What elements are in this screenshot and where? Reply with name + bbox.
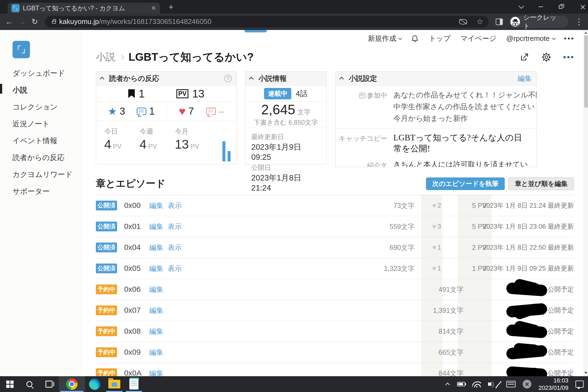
- privacy-eye-icon[interactable]: [459, 19, 467, 24]
- view-link[interactable]: 表示: [168, 222, 182, 231]
- view-link[interactable]: 表示: [168, 201, 182, 210]
- battery-icon[interactable]: [457, 382, 465, 386]
- sidebar-item[interactable]: カクヨムリワード: [0, 166, 81, 183]
- sidebar-item[interactable]: サポーター: [0, 183, 81, 200]
- status-badge: 公開済: [96, 243, 117, 252]
- edit-link[interactable]: 編集: [149, 327, 163, 336]
- incognito-badge: シークレット: [509, 16, 568, 28]
- top-link[interactable]: トップ: [429, 34, 451, 43]
- sidebar-item[interactable]: コレクション: [0, 99, 81, 115]
- edit-link[interactable]: 編集: [149, 306, 163, 315]
- browser-menu-icon[interactable]: ⋮: [575, 17, 583, 26]
- sidebar-item[interactable]: イベント情報: [0, 132, 81, 149]
- kakuyomu-logo[interactable]: 「」: [13, 41, 30, 58]
- collapse-icon[interactable]: [339, 77, 344, 81]
- tray-expand-icon[interactable]: [445, 382, 450, 387]
- comment-icon: [137, 108, 146, 115]
- edit-link[interactable]: 編集: [149, 243, 163, 252]
- taskbar-notepad-button[interactable]: [124, 376, 144, 392]
- edge-icon: [89, 378, 100, 390]
- tab-close-icon[interactable]: ✕: [151, 4, 156, 12]
- episode-date: 公開予定: [496, 347, 574, 358]
- chrome-icon: [66, 378, 78, 390]
- joined-event-title[interactable]: 中学生作家さんの作品を読ませてください！※詳細を読んで…: [393, 101, 537, 113]
- view-link[interactable]: 表示: [168, 243, 182, 252]
- episode-date: 公開予定: [496, 367, 574, 376]
- forward-button[interactable]: →: [16, 17, 28, 26]
- close-button[interactable]: [577, 3, 584, 10]
- sidebar-item[interactable]: 読者からの反応: [0, 149, 81, 166]
- edit-link[interactable]: 編集: [149, 222, 163, 231]
- edit-link[interactable]: 編集: [149, 264, 163, 273]
- sidebar-nav: ダッシュボード 小説 コレクション 近況ノート イベント情報 読者からの反応 カ…: [0, 65, 81, 200]
- edit-link[interactable]: 編集: [149, 201, 163, 210]
- taskbar-edge-button[interactable]: [85, 376, 105, 392]
- breadcrumb-section[interactable]: 小説: [96, 50, 115, 64]
- episodes-header: 章とエピソード 次のエピソードを執筆 章と並び順を編集: [96, 177, 574, 190]
- taskbar-clock[interactable]: 16:03 2023/01/09: [538, 377, 568, 391]
- joined-event-title[interactable]: あなたの作品をみせてくれ！！ジャンル不問！。とにかくあ…: [393, 89, 537, 101]
- reorder-chapters-button[interactable]: 章と並び順を編集: [509, 177, 574, 190]
- write-next-episode-button[interactable]: 次のエピソードを執筆: [426, 177, 505, 190]
- tray-status-icon[interactable]: [523, 380, 531, 388]
- edit-link[interactable]: 編集: [149, 348, 163, 357]
- info-panel: 小説情報 連載中 4話 2,645文字 下書き含む 6,850文字 最終更新日 …: [245, 71, 327, 164]
- sidebar-item[interactable]: 近況ノート: [0, 115, 81, 132]
- taskbar-explorer-button[interactable]: [105, 376, 124, 392]
- edit-settings-link[interactable]: 編集: [517, 74, 532, 83]
- episode-id: 0x08: [124, 327, 149, 336]
- heart-icon: ♥: [432, 243, 436, 252]
- url-domain: kakuyomu.jp: [59, 17, 99, 26]
- collapse-icon[interactable]: [249, 77, 253, 81]
- scroll-down-icon[interactable]: [584, 372, 587, 374]
- gear-icon[interactable]: [541, 52, 552, 62]
- back-button[interactable]: ←: [3, 17, 16, 26]
- scrollbar-thumb[interactable]: [584, 35, 588, 108]
- scroll-up-icon[interactable]: [584, 32, 587, 34]
- edit-link[interactable]: 編集: [149, 369, 163, 376]
- pv-count: 13: [192, 88, 204, 100]
- heart-icon: ♥: [432, 201, 436, 210]
- account-menu[interactable]: @rpcrtremote: [506, 34, 555, 43]
- address-bar[interactable]: kakuyomu.jp /my/works/168173306516482460…: [45, 16, 489, 27]
- notifications-button[interactable]: [411, 34, 419, 43]
- task-view-button[interactable]: [39, 376, 59, 392]
- episode-id: 0x07: [124, 306, 149, 315]
- view-link[interactable]: 表示: [168, 264, 182, 273]
- new-work-menu[interactable]: 新規作成: [368, 34, 401, 43]
- pen-icon[interactable]: [496, 381, 501, 387]
- side-panel-icon[interactable]: [496, 19, 503, 25]
- episodes-heading: 章とエピソード: [96, 177, 166, 190]
- edit-link[interactable]: 編集: [149, 285, 163, 294]
- browser-tab[interactable]: 「」 LGBTって知ってるかい? - カクヨム ✕: [8, 3, 160, 14]
- wifi-icon[interactable]: [472, 381, 481, 387]
- collapse-icon[interactable]: [100, 77, 104, 81]
- action-center-icon[interactable]: [575, 381, 584, 388]
- bookmark-star-icon[interactable]: ☆: [476, 17, 483, 26]
- volume-icon[interactable]: [488, 382, 491, 386]
- taskbar-chrome-button[interactable]: [59, 376, 85, 392]
- joined-event-title[interactable]: 今月から始まった新作: [393, 113, 537, 124]
- mypage-link[interactable]: マイページ: [460, 34, 496, 43]
- bell-icon: [411, 34, 419, 43]
- open-external-icon[interactable]: [519, 52, 529, 62]
- tab-search-icon[interactable]: [518, 3, 525, 10]
- help-icon[interactable]: ?: [224, 75, 232, 82]
- taskbar-search-button[interactable]: [20, 376, 39, 392]
- reload-button[interactable]: ↻: [28, 17, 41, 26]
- search-icon: [26, 381, 32, 387]
- touch-keyboard-icon[interactable]: [506, 381, 516, 387]
- new-tab-button[interactable]: +: [166, 2, 176, 12]
- char-count: 2,645: [261, 102, 295, 117]
- sidebar-item[interactable]: ダッシュボード: [0, 65, 81, 82]
- description: きちんと本人には許可取りを済ませています。 うろ覚えの部分がほとんどで、最近にな…: [387, 160, 537, 167]
- restore-button[interactable]: [557, 3, 564, 10]
- more-menu-icon[interactable]: [564, 38, 573, 39]
- minimize-button[interactable]: [537, 3, 544, 10]
- episodes-table: 公開済 0x00 編集 表示 73文字 ♥ 2 5 PV 2023年 1月 8日…: [96, 195, 574, 376]
- start-button[interactable]: [0, 376, 20, 392]
- status-badge: 予約中: [96, 368, 117, 376]
- work-more-menu-icon[interactable]: [564, 56, 573, 58]
- sidebar-item[interactable]: 小説: [0, 82, 81, 99]
- page-scrollbar[interactable]: [583, 30, 588, 376]
